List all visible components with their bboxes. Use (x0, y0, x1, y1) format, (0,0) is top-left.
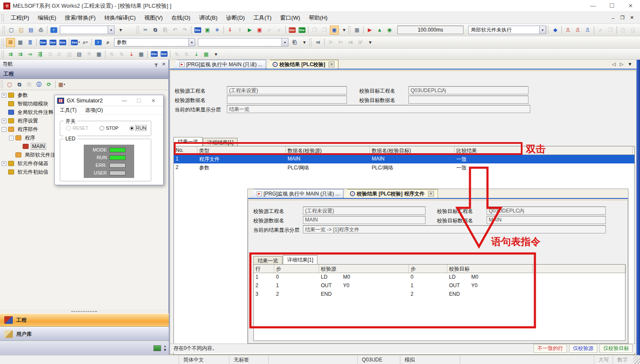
result-tab[interactable]: 详细结果[1] (203, 138, 238, 146)
simulator-close-icon[interactable]: ✕ (146, 98, 161, 104)
collapse-icon[interactable]: - (2, 127, 6, 132)
result-tab[interactable]: 结果一览 (173, 137, 203, 146)
panel-splitter[interactable] (0, 310, 168, 313)
toolbar-overflow-4-icon[interactable]: ▾ (211, 50, 220, 58)
menu-item[interactable]: 在线(O) (167, 12, 195, 23)
window-cascade-icon[interactable]: ❐ (310, 26, 319, 35)
connection-monitor-icon[interactable] (153, 345, 161, 351)
online-data-write-icon[interactable]: ◆ (551, 26, 560, 35)
dev-break-table-icon[interactable]: Dev (159, 50, 168, 58)
skip-run-icon[interactable]: ⊐ (45, 50, 54, 58)
menu-item[interactable]: 调试(B) (195, 12, 222, 23)
simulator-minimize-icon[interactable]: — (117, 98, 132, 104)
table-row[interactable]: 2参数PLC/网络PLC/网络一致 (174, 163, 634, 172)
step-run-icon[interactable]: ⇉ (6, 50, 15, 58)
save-project-icon[interactable]: ▤ (26, 26, 35, 35)
toolbar-combobox[interactable]: ▾ (198, 38, 288, 47)
menu-item[interactable]: 编辑(E) (33, 12, 60, 23)
partial-run-icon[interactable]: ⊏ (55, 50, 64, 58)
watch-window-icon[interactable]: Dev▾ (71, 38, 80, 47)
simulator-menu-item[interactable]: 工具(T) (60, 107, 76, 114)
monitor-resume-icon[interactable]: ⌕ (275, 26, 284, 35)
data-security-icon[interactable]: ⓘ (35, 80, 44, 89)
expand-icon[interactable]: + (2, 161, 6, 166)
write-to-plc-icon[interactable]: ⇩ (226, 26, 235, 35)
monitor-active-icon[interactable]: ▣ (330, 26, 339, 35)
paste-icon[interactable]: ⎘ (161, 26, 170, 35)
device-memory-list-icon[interactable]: Dev (48, 38, 57, 47)
menu-item[interactable]: 窗口(W) (276, 12, 305, 23)
tab-prev-icon[interactable]: ◁ (612, 61, 615, 67)
label-page-icon[interactable]: ⎗ (290, 38, 299, 47)
child-minimize-icon[interactable]: – (608, 14, 618, 22)
forced-on-icon[interactable]: ％ (107, 50, 116, 58)
note-batch-edit-icon[interactable]: ⊯ (356, 38, 365, 47)
print-icon[interactable]: ⎙ (36, 26, 45, 35)
open-project-icon[interactable]: ◱ (17, 26, 26, 35)
toolbar-combobox[interactable]: 参数▾ (114, 38, 195, 47)
skip-x-icon[interactable]: ％ (172, 50, 181, 58)
sampling-trace-2-icon[interactable]: ⎍ (573, 26, 582, 35)
step-run-2-icon[interactable]: ⇉ (16, 50, 25, 58)
new-data-icon[interactable]: ▢ (5, 80, 14, 89)
simulator-menu-item[interactable]: 选项(O) (85, 107, 103, 114)
menu-item[interactable]: 工程(P) (6, 12, 33, 23)
maximize-icon[interactable]: ☐ (602, 0, 621, 12)
toolbar-overflow-icon[interactable]: ▾ (116, 26, 125, 35)
undo-icon[interactable]: ↶ (170, 26, 179, 35)
toolbar-overflow-3-icon[interactable]: ▾ (638, 26, 640, 35)
copy-icon[interactable]: ⧉ (151, 26, 160, 35)
chevron-down-icon[interactable]: ▾ (188, 38, 195, 46)
toolbar-overflow-6-icon[interactable]: ▾ (366, 38, 375, 47)
device-display-green-icon[interactable]: Dev (297, 26, 306, 35)
close-icon[interactable]: ✕ (621, 0, 640, 12)
close-tab-icon[interactable]: ✕ (329, 61, 335, 67)
chevron-down-icon[interactable]: ▾ (282, 38, 288, 46)
menu-item[interactable]: 搜索/替换(F) (61, 12, 100, 23)
break-list-icon[interactable]: ▤ (75, 50, 84, 58)
result-tab[interactable]: 详细结果[1] (283, 255, 317, 264)
monitor-start-icon[interactable]: ▶ (245, 26, 254, 35)
collapse-icon[interactable]: - (9, 136, 14, 140)
read-from-plc-icon[interactable]: ⇧ (235, 26, 244, 35)
trace-stop-icon[interactable]: ◲ (628, 26, 637, 35)
pin-icon[interactable]: ┳ (155, 61, 158, 67)
chevron-down-icon[interactable]: ▾ (108, 26, 114, 34)
table-row[interactable]: 21OUTY01OUTY0 (254, 282, 625, 290)
cross-reference-find-icon[interactable]: ⌕ (103, 38, 112, 47)
forced-off-icon[interactable]: ％ (117, 50, 126, 58)
device-comment-icon[interactable]: Dev (193, 26, 202, 35)
pause-list-icon[interactable]: ≝ (85, 50, 94, 58)
paste-data-icon[interactable]: ⎘ (25, 80, 34, 89)
cut-icon[interactable]: ✂ (141, 26, 150, 35)
sidebar-item-user-library[interactable]: 用户库 (0, 327, 169, 341)
window-tile-icon[interactable]: ❐ (320, 26, 329, 35)
tab-next-icon[interactable]: ▷ (620, 61, 623, 67)
break-device-table-icon[interactable]: ▦ (137, 50, 146, 58)
skip-range-icon[interactable]: ⇣ (192, 50, 201, 58)
sidebar-item-project[interactable]: 工程 (0, 313, 169, 327)
document-tab[interactable]: ⌕校验结果 [PLC校验] 程序文件✕ (343, 189, 438, 198)
help-icon[interactable]: ? (49, 26, 58, 35)
monitor-pause-icon[interactable]: ⌕ (265, 26, 274, 35)
menu-item[interactable]: 转换/编译(C) (100, 12, 140, 23)
table-row[interactable]: 1程序文件MAINMAIN一致 (174, 155, 634, 163)
skip-range-table-icon[interactable]: ▦ (202, 50, 211, 58)
child-restore-icon[interactable]: ❐ (618, 14, 627, 22)
note-edit-icon[interactable]: ⊫ (326, 38, 335, 47)
simulation-start-icon[interactable]: ▶ (365, 26, 374, 35)
trace-write-icon[interactable]: ❐ (606, 26, 615, 35)
statement-edit-icon[interactable]: ⫤ (314, 38, 323, 47)
device-test-icon[interactable]: ⌗ (213, 26, 222, 35)
minimize-icon[interactable]: — (584, 0, 602, 12)
statement-delete-icon[interactable]: ⫥ (346, 38, 355, 47)
toolbar-combobox[interactable]: ▾ (60, 26, 114, 34)
expand-icon[interactable]: + (2, 119, 6, 123)
result-tab[interactable]: 结果一览 (253, 256, 282, 264)
device-setting-icon[interactable]: Dev (58, 38, 67, 47)
tab-list-icon[interactable]: ▼ (628, 61, 632, 67)
task-list-icon[interactable]: ≣ (26, 38, 35, 47)
document-tab[interactable]: ▶[PRG]监视 执行中 MAIN (只读) ... (173, 60, 266, 69)
break-device-x-icon[interactable]: ⇣ (127, 50, 136, 58)
resize-grip[interactable] (633, 355, 640, 364)
